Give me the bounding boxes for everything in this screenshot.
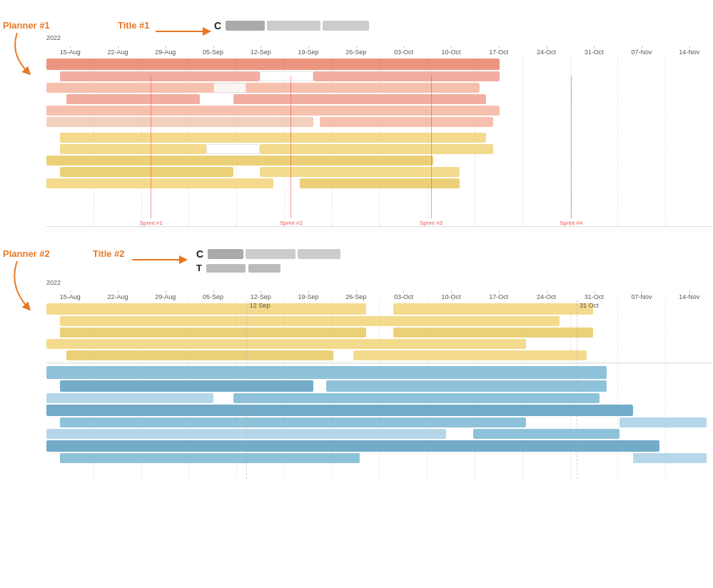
date-29aug: 29-Aug — [141, 49, 189, 56]
milestone-1-label: Sprint #1 — [140, 220, 163, 226]
milestone-1: Sprint #1 — [140, 76, 163, 226]
date-07nov: 07-Nov — [618, 49, 666, 56]
p2-date-12sep: 12-Sep — [237, 293, 285, 300]
g2-yellow-3a — [60, 328, 367, 338]
planner2-subtitle-letter: T — [196, 263, 202, 273]
p2-date-22aug: 22-Aug — [94, 293, 142, 300]
planner2-timeline-header: 2022 15-Aug 22-Aug 29-Aug 05-Sep 12-Sep … — [46, 279, 713, 300]
p2-sub-bar2 — [248, 264, 280, 273]
p2-sub-bar1 — [206, 264, 246, 273]
planner2-date-ticks: 15-Aug 22-Aug 29-Aug 05-Sep 12-Sep 19-Se… — [46, 293, 713, 300]
p2-title-bar3 — [298, 249, 340, 259]
date-31oct: 31-Oct — [570, 49, 618, 56]
planner2-title-row: C — [196, 248, 713, 260]
g1-bar-r3-1 — [46, 83, 480, 93]
milestone-4-label: Sprint #4 — [560, 220, 582, 226]
planner1-title-bar2 — [267, 21, 320, 31]
planner1-arrow — [3, 33, 46, 76]
planner2-gantt: 31 Oct 12 Sep — [46, 300, 713, 479]
g2-separator — [46, 362, 713, 364]
g2-blue-5a — [60, 417, 527, 427]
g2-blue-4 — [46, 405, 633, 416]
12sep-marker — [246, 300, 247, 479]
date-24oct: 24-Oct — [522, 49, 570, 56]
date-26sep: 26-Sep — [332, 49, 380, 56]
planner2-subtitle-row: T — [196, 263, 713, 273]
p2-title-bar2 — [246, 249, 295, 259]
planner2-arrow — [3, 261, 46, 311]
g1-yellow-3 — [46, 156, 433, 166]
planner1-date-ticks: 15-Aug 22-Aug 29-Aug 05-Sep 12-Sep 19-Se… — [46, 49, 713, 56]
milestone-4: Sprint #4 — [560, 76, 582, 226]
g1-yellow-2a — [60, 144, 206, 154]
g2-blue-8b — [633, 453, 707, 463]
planner1-section: Planner #1 Title #1 C — [0, 20, 713, 227]
milestone-2-label: Sprint #2 — [280, 220, 303, 226]
g1-bar-r6-2 — [320, 117, 493, 127]
g2-blue-6b — [473, 429, 620, 439]
g2-yellow-5b — [353, 350, 587, 360]
planner2-label: Planner #2 — [3, 248, 50, 259]
planner1-title-bar1 — [226, 21, 265, 31]
title2-arrow — [132, 254, 189, 268]
g1-bar-r3-gap — [213, 83, 247, 93]
g2-blue-8a — [60, 453, 360, 463]
date-15aug: 15-Aug — [46, 49, 94, 56]
p2-date-03oct: 03-Oct — [380, 293, 428, 300]
p2-date-14nov: 14-Nov — [665, 293, 713, 300]
g2-yellow-1b — [393, 303, 593, 315]
date-17oct: 17-Oct — [475, 49, 522, 56]
g1-bar-r4-2 — [233, 94, 487, 104]
milestone-3: Sprint #3 — [420, 76, 443, 226]
g2-blue-2b — [326, 380, 606, 392]
p2-date-05sep: 05-Sep — [189, 293, 237, 300]
p2-date-29aug: 29-Aug — [141, 293, 189, 300]
planner2-section: Planner #2 Title #2 C — [0, 248, 713, 479]
planner1-title-bar3 — [323, 21, 369, 31]
planner1-year: 2022 — [46, 34, 713, 41]
g2-yellow-5a — [66, 350, 333, 360]
p2-date-19sep: 19-Sep — [285, 293, 333, 300]
planner2-year: 2022 — [46, 279, 713, 286]
milestone-3-label: Sprint #3 — [420, 220, 443, 226]
g1-bar-r2-2 — [313, 71, 500, 81]
12sep-label: 12 Sep — [250, 302, 270, 309]
planner1-title-row: C — [214, 20, 713, 31]
g2-blue-5b — [620, 417, 706, 427]
p2-date-31oct: 31-Oct — [570, 293, 618, 300]
title2-annotation: Title #2 — [93, 248, 125, 259]
g2-blue-2a — [60, 380, 313, 392]
planner1-timeline-header: 2022 15-Aug 22-Aug 29-Aug 05-Sep 12-Sep … — [46, 34, 713, 56]
g1-bar-r4-1 — [66, 94, 200, 104]
g1-bar-r1-1 — [46, 59, 500, 70]
planner2-title-letter: C — [196, 248, 203, 260]
planner1-title-letter: C — [214, 20, 221, 31]
date-12sep: 12-Sep — [237, 49, 285, 56]
g2-blue-3a — [46, 393, 213, 403]
g1-yellow-gap — [206, 144, 260, 154]
date-05sep: 05-Sep — [189, 49, 237, 56]
p2-date-10oct: 10-Oct — [428, 293, 475, 300]
date-14nov: 14-Nov — [665, 49, 713, 56]
p2-title-bar1 — [208, 249, 243, 259]
g2-blue-3b — [233, 393, 600, 403]
g2-blue-7 — [46, 440, 659, 452]
p2-date-15aug: 15-Aug — [46, 293, 94, 300]
p2-date-17oct: 17-Oct — [475, 293, 522, 300]
date-10oct: 10-Oct — [428, 49, 475, 56]
g2-yellow-3b — [393, 328, 593, 338]
milestone-2: Sprint #2 — [280, 76, 303, 226]
g2-yellow-2 — [60, 316, 560, 326]
g2-yellow-4 — [46, 339, 526, 349]
g2-blue-1 — [46, 366, 607, 379]
title1-annotation: Title #1 — [118, 20, 150, 31]
p2-date-26sep: 26-Sep — [332, 293, 380, 300]
31oct-label: 31 Oct — [580, 302, 599, 309]
g2-yellow-1a — [46, 303, 366, 315]
date-19sep: 19-Sep — [285, 49, 333, 56]
p2-date-07nov: 07-Nov — [618, 293, 666, 300]
planner1-label: Planner #1 — [3, 20, 50, 31]
31oct-marker — [577, 300, 577, 479]
date-22aug: 22-Aug — [94, 49, 142, 56]
page-container: Planner #1 Title #1 C — [0, 0, 713, 507]
